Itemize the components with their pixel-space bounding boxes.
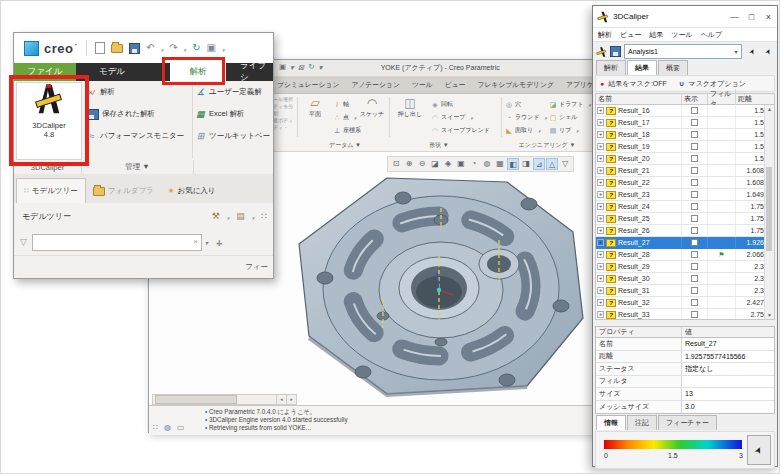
group-datum[interactable]: データム ▼	[329, 141, 361, 150]
result-row[interactable]: Result_231.649	[596, 189, 774, 201]
clear-filter-icon[interactable]: ×	[193, 237, 198, 246]
expand-icon[interactable]	[597, 239, 604, 246]
expand-icon[interactable]	[597, 179, 604, 186]
select-geometry-button[interactable]	[745, 45, 758, 59]
performance-monitor-button[interactable]: ≈パフォーマンスモニター	[86, 125, 190, 147]
scrollbar-thumb[interactable]	[766, 167, 772, 251]
show-checkbox[interactable]	[691, 179, 698, 186]
hole-button[interactable]: 穴	[505, 98, 550, 111]
excel-analysis-button[interactable]: ▦Excel 解析	[195, 103, 273, 125]
mask-toggle-button[interactable]: 結果をマスク:OFF	[608, 79, 667, 89]
filter-dropdown-icon[interactable]: ▾	[205, 239, 208, 246]
analysis-button[interactable]: ×/解析	[86, 81, 190, 103]
dropdown-icon[interactable]: ▾	[290, 63, 294, 72]
dialog-titlebar[interactable]: 3DCaliper — □ ×	[593, 6, 777, 28]
undo-dropdown-icon[interactable]	[161, 43, 164, 54]
user-defined-analysis-button[interactable]: ∡ユーザー定義解	[195, 81, 273, 103]
tab-analysis[interactable]: 解析	[170, 63, 226, 81]
minimize-button[interactable]: —	[726, 7, 743, 27]
save-icon[interactable]	[129, 43, 140, 54]
tree-settings-icon[interactable]	[236, 212, 245, 221]
revolve-button[interactable]: 回転	[431, 98, 490, 111]
tree-settings-dropdown-icon[interactable]	[252, 212, 255, 222]
undo-icon[interactable]	[146, 43, 154, 53]
plane-button[interactable]: 平面	[301, 97, 329, 119]
regenerate-icon[interactable]	[192, 43, 200, 53]
show-checkbox[interactable]	[691, 119, 698, 126]
show-checkbox[interactable]	[691, 251, 698, 258]
results-scrollbar[interactable]: ▲ ▼	[764, 105, 774, 319]
windows-icon[interactable]	[207, 43, 216, 53]
show-checkbox[interactable]	[691, 299, 698, 306]
show-checkbox[interactable]	[691, 131, 698, 138]
toolkit-analysis-button[interactable]: ⊞ツールキットベー	[195, 125, 273, 147]
expand-icon[interactable]	[597, 275, 604, 282]
sketch-button[interactable]: スケッチ	[357, 97, 387, 119]
menu-view[interactable]: ビュー	[620, 30, 641, 40]
expand-icon[interactable]	[597, 227, 604, 234]
tab-results[interactable]: 結果	[627, 60, 657, 75]
redo-dropdown-icon[interactable]	[184, 43, 187, 54]
expand-icon[interactable]	[597, 191, 604, 198]
col-distance[interactable]: 距離	[736, 94, 767, 104]
tab-file[interactable]: ファイル	[14, 63, 76, 81]
group-manage[interactable]: 管理 ▼	[82, 160, 194, 174]
tab-view[interactable]: ビュー	[439, 80, 472, 90]
result-row[interactable]: Result_201.5	[596, 153, 774, 165]
expand-icon[interactable]	[597, 155, 604, 162]
show-checkbox[interactable]	[691, 167, 698, 174]
expand-icon[interactable]	[597, 311, 604, 318]
regenerate-icon[interactable]	[308, 63, 314, 72]
shell-button[interactable]: シェル	[549, 111, 594, 124]
pick-cursor-button[interactable]	[747, 435, 771, 465]
open-file-icon[interactable]	[111, 44, 123, 53]
expand-icon[interactable]	[597, 203, 604, 210]
expand-icon[interactable]	[597, 299, 604, 306]
group-shapes[interactable]: 形状 ▼	[429, 141, 449, 150]
result-row[interactable]: Result_322.427	[596, 297, 774, 309]
redo-icon[interactable]	[169, 43, 177, 53]
fullscreen-toggle-icon[interactable]	[177, 424, 185, 432]
expand-icon[interactable]	[597, 167, 604, 174]
combo-dropdown-icon[interactable]: ▾	[731, 48, 741, 55]
menu-results[interactable]: 結果	[649, 30, 663, 40]
show-checkbox[interactable]	[691, 263, 698, 270]
show-checkbox[interactable]	[691, 275, 698, 282]
result-row[interactable]: Result_181.5	[596, 129, 774, 141]
tree-hide-icon[interactable]	[261, 212, 267, 221]
save-results-icon[interactable]	[610, 46, 621, 57]
result-row[interactable]: Result_161.5	[596, 105, 774, 117]
col-name[interactable]: 名前	[596, 94, 682, 104]
show-checkbox[interactable]	[691, 155, 698, 162]
draft-button[interactable]: ドラフト	[549, 98, 594, 111]
browser-toggle-icon[interactable]	[164, 424, 171, 432]
window-icon[interactable]	[279, 63, 286, 72]
expand-icon[interactable]	[597, 131, 604, 138]
tab-summary[interactable]: 概要	[658, 60, 688, 75]
tab-model-tree[interactable]: モデルツリー	[16, 178, 86, 203]
expand-icon[interactable]	[597, 143, 604, 150]
rib-button[interactable]: リブ	[549, 124, 594, 137]
expand-icon[interactable]	[597, 263, 604, 270]
scroll-down-icon[interactable]: ▼	[765, 312, 774, 318]
result-row[interactable]: Result_292.3	[596, 261, 774, 273]
result-row[interactable]: Result_312.3	[596, 285, 774, 297]
result-row[interactable]: Result_191.5	[596, 141, 774, 153]
tab-analysis[interactable]: 解析	[596, 60, 626, 75]
show-checkbox[interactable]	[691, 191, 698, 198]
extrude-button[interactable]: 押し出し	[393, 97, 427, 119]
tree-tools-icon[interactable]	[212, 212, 220, 221]
menu-tools[interactable]: ツール	[671, 30, 692, 40]
result-row[interactable]: Result_241.75	[596, 201, 774, 213]
maximize-button[interactable]: □	[743, 7, 760, 27]
tab-folder-browser[interactable]: フォルダブラ	[86, 179, 161, 203]
show-checkbox[interactable]	[691, 203, 698, 210]
result-row[interactable]: Result_282.066	[596, 249, 774, 261]
tab-features[interactable]: フィーチャー	[658, 415, 717, 430]
round-button[interactable]: ラウンド	[505, 111, 550, 124]
sweep-button[interactable]: スイープ	[431, 111, 490, 124]
menu-help[interactable]: ヘルプ	[701, 30, 723, 40]
expand-icon[interactable]	[597, 107, 604, 114]
expand-icon[interactable]	[597, 119, 604, 126]
3d-model-yoke[interactable]	[291, 168, 591, 405]
